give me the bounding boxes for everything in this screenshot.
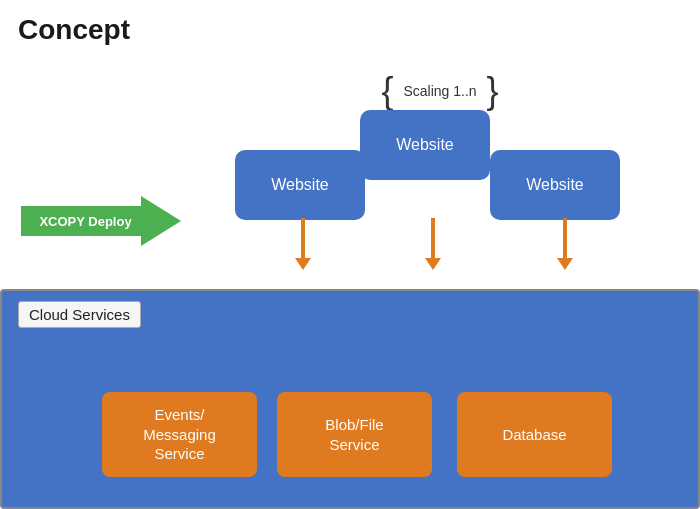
website-box-back: Website <box>360 110 490 180</box>
service-db-label: Database <box>502 425 566 445</box>
service-box-blob: Blob/FileService <box>277 392 432 477</box>
cloud-services-panel: Cloud Services Events/MessagingService B… <box>0 289 700 509</box>
website-label-back: Website <box>396 136 454 154</box>
service-box-database: Database <box>457 392 612 477</box>
orange-arrow-1 <box>295 218 311 270</box>
website-label-right: Website <box>526 176 584 194</box>
arrow-tip-1 <box>295 258 311 270</box>
arrow-line-2 <box>431 218 435 258</box>
service-box-events: Events/MessagingService <box>102 392 257 477</box>
orange-arrow-3 <box>557 218 573 270</box>
website-label-center: Website <box>271 176 329 194</box>
website-box-right: Website <box>490 150 620 220</box>
orange-arrow-2 <box>425 218 441 270</box>
arrow-shape: XCOPY Deploy <box>21 196 186 246</box>
brace-left-icon: { <box>381 73 393 109</box>
xcopy-deploy-arrow: XCOPY Deploy <box>18 193 188 249</box>
arrow-tip-2 <box>425 258 441 270</box>
arrow-line-3 <box>563 218 567 258</box>
arrow-line-1 <box>301 218 305 258</box>
arrow-tip-3 <box>557 258 573 270</box>
service-events-label: Events/MessagingService <box>143 405 216 464</box>
scaling-label: Scaling 1..n <box>403 83 476 99</box>
diagram-area: { Scaling 1..n } XCOPY Deploy Website We… <box>0 55 700 509</box>
cloud-services-label: Cloud Services <box>18 301 141 328</box>
xcopy-label: XCOPY Deploy <box>21 196 151 246</box>
brace-right-icon: } <box>487 73 499 109</box>
scaling-brace: { Scaling 1..n } <box>310 73 570 109</box>
page-title: Concept <box>0 0 700 46</box>
service-blob-label: Blob/FileService <box>325 415 383 454</box>
website-box-center: Website <box>235 150 365 220</box>
